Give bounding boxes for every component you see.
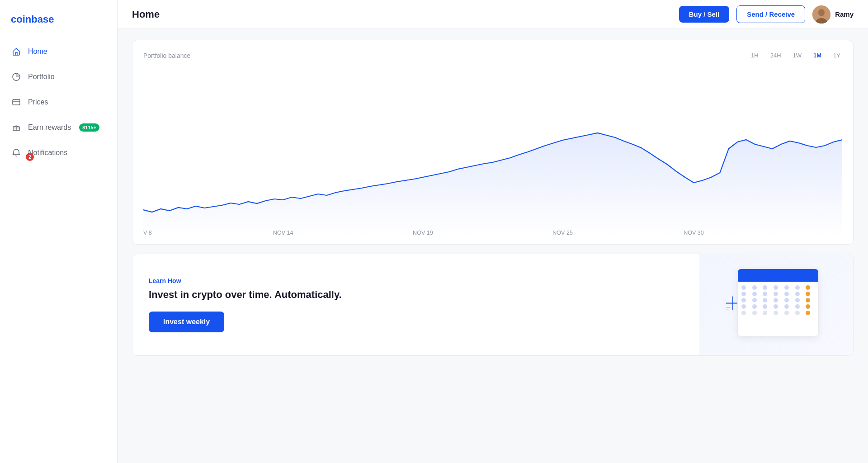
sidebar: coinbase Home Portfolio Prices Earn rewa… [0,0,118,463]
cal-dot [741,304,746,309]
portfolio-balance-label: Portfolio balance [143,52,190,59]
cal-dot [784,304,789,309]
cal-dot [741,298,746,302]
svg-marker-6 [143,133,842,237]
svg-text:NOV 14: NOV 14 [273,229,293,236]
logo[interactable]: coinbase [0,9,117,39]
cal-dot [774,311,778,315]
cal-dot [763,292,767,296]
user-info[interactable]: Ramy [812,5,854,24]
svg-text:NOV 30: NOV 30 [684,229,704,236]
cal-dot [806,285,810,290]
cal-dot [763,298,767,302]
portfolio-chart: NOV 8 NOV 14 NOV 19 NOV 25 NOV 30 [143,65,842,237]
cal-dot [752,298,757,302]
svg-text:NOV 25: NOV 25 [552,229,573,236]
notifications-badge: 2 [26,153,34,161]
cal-dot [795,311,800,315]
earn-icon [11,122,22,133]
sidebar-item-earn[interactable]: Earn rewards $115+ [0,115,117,140]
prices-icon [11,97,22,108]
cal-dot [806,311,810,315]
cal-dot [752,311,757,315]
svg-text:NOV 8: NOV 8 [143,229,152,236]
cal-body [738,282,818,319]
cal-header [738,269,818,282]
cal-dot [752,285,757,290]
cal-dot [774,292,778,296]
time-filters: 1H 24H 1W 1M 1Y [749,51,842,60]
cal-dot [806,298,810,302]
page-title: Home [132,9,160,20]
cal-dot [795,292,800,296]
header: Home Buy / Sell Send / Receive Ramy [118,0,868,29]
calendar-illustration [710,269,837,341]
cal-dot [774,304,778,309]
sidebar-item-prices[interactable]: Prices [0,90,117,115]
cal-dot [795,304,800,309]
learn-heading: Invest in crypto over time. Automaticall… [149,289,710,301]
sidebar-item-home[interactable]: Home [0,39,117,64]
cal-dot [741,311,746,315]
learn-content: Learn How Invest in crypto over time. Au… [149,277,710,332]
cal-dot [806,292,810,296]
cal-dot [784,285,789,290]
svg-point-4 [818,9,825,16]
home-icon [11,46,22,57]
time-filter-1w[interactable]: 1W [791,51,804,60]
cal-dot [795,285,800,290]
sidebar-item-portfolio-label: Portfolio [28,73,55,81]
sidebar-item-prices-label: Prices [28,98,48,106]
cal-dot [774,298,778,302]
cal-dot [784,292,789,296]
cal-dot [752,304,757,309]
user-name: Ramy [835,10,854,18]
cal-dot [752,292,757,296]
svg-rect-1 [13,99,20,105]
sidebar-item-earn-label: Earn rewards [28,123,71,132]
learn-how-link[interactable]: Learn How [149,277,710,284]
time-filter-1m[interactable]: 1M [811,51,823,60]
cal-dot [784,298,789,302]
sidebar-item-notifications-label: Notifications [28,149,67,157]
cal-dot [763,285,767,290]
notifications-icon: 2 [11,147,22,158]
buy-sell-button[interactable]: Buy / Sell [679,6,730,23]
cal-dot [741,285,746,290]
earn-rewards-badge: $115+ [79,123,99,132]
cal-dot [763,311,767,315]
send-receive-button[interactable]: Send / Receive [736,5,805,23]
chart-card: Portfolio balance 1H 24H 1W 1M 1Y [132,40,854,245]
cal-dot [774,285,778,290]
logo-text: coinbase [11,14,54,25]
time-filter-1y[interactable]: 1Y [831,51,842,60]
chart-svg: NOV 8 NOV 14 NOV 19 NOV 25 NOV 30 [143,65,842,237]
cal-dot [795,298,800,302]
cal-dot [763,304,767,309]
cal-dot [741,292,746,296]
sidebar-item-notifications[interactable]: 2 Notifications [0,140,117,165]
calendar-widget [737,269,819,336]
content-area: Portfolio balance 1H 24H 1W 1M 1Y [118,29,868,463]
time-filter-24h[interactable]: 24H [769,51,783,60]
svg-text:NOV 19: NOV 19 [413,229,433,236]
chart-header: Portfolio balance 1H 24H 1W 1M 1Y [143,51,842,60]
cal-dot [806,304,810,309]
time-filter-1h[interactable]: 1H [749,51,760,60]
portfolio-icon [11,71,22,82]
cal-dot [784,311,789,315]
main-content: Home Buy / Sell Send / Receive Ramy [118,0,868,463]
invest-weekly-button[interactable]: Invest weekly [149,312,224,332]
sidebar-item-portfolio[interactable]: Portfolio [0,64,117,90]
sidebar-item-home-label: Home [28,47,47,56]
avatar[interactable] [812,5,830,24]
header-actions: Buy / Sell Send / Receive Ramy [679,5,854,24]
avatar-face [812,5,830,24]
learn-card: Learn How Invest in crypto over time. Au… [132,254,854,356]
